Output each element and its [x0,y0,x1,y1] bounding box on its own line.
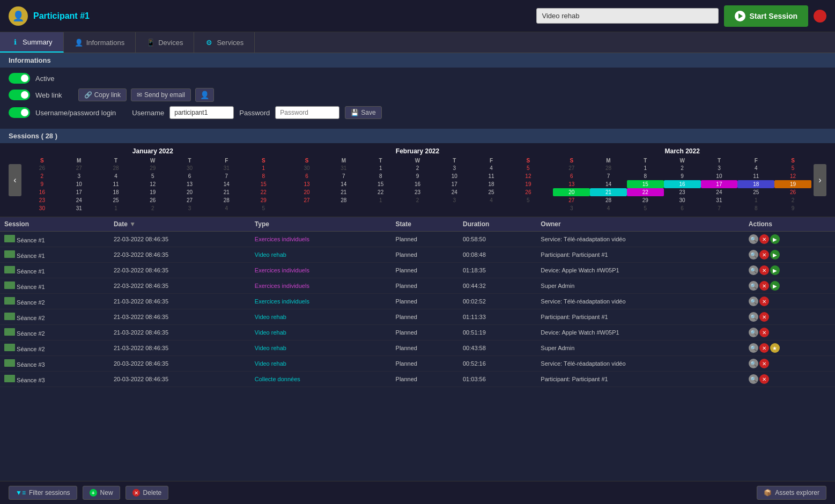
cal-day[interactable]: 6 [289,172,326,180]
cal-day[interactable]: 5 [627,204,664,212]
cal-day[interactable]: 23 [399,188,436,196]
start-session-button[interactable]: Start Session [724,5,808,27]
cal-day[interactable]: 27 [289,196,326,204]
cal-day[interactable]: 29 [134,164,171,172]
password-input[interactable] [275,106,339,119]
cal-day[interactable]: 1 [362,164,399,172]
cal-day[interactable]: 3 [701,164,738,172]
action-btn-red[interactable]: ✕ [759,312,769,322]
cal-day[interactable]: 11 [473,172,510,180]
session-dropdown[interactable]: Video rehab [536,8,719,24]
cal-day[interactable]: 22 [362,188,399,196]
cal-day[interactable]: 4 [98,172,135,180]
cal-day[interactable]: 20 [553,188,590,196]
new-session-button[interactable]: + New [83,486,120,500]
cal-day[interactable]: 1 [627,164,664,172]
tab-devices[interactable]: 📱 Devices [136,32,194,53]
cal-day[interactable]: 26 [24,164,61,172]
cal-day[interactable]: 2 [774,196,811,204]
cal-day[interactable]: 17 [61,188,98,196]
action-btn-gray[interactable]: 🔍 [749,250,758,260]
action-btn-green[interactable]: ▶ [770,234,780,244]
cal-day[interactable]: 15 [245,180,282,188]
cal-day[interactable]: 7 [208,172,245,180]
calendar-next-button[interactable]: › [814,164,826,196]
col-state[interactable]: State [391,217,459,232]
cal-day[interactable]: 28 [208,196,245,204]
send-by-email-button[interactable]: ✉ Send by email [131,88,191,101]
sessions-table-container[interactable]: Session Date ▼ Type State Duration Owner… [0,217,835,501]
cal-day[interactable]: 25 [98,196,135,204]
cal-day[interactable]: 30 [171,164,208,172]
assets-explorer-button[interactable]: 📦 Assets explorer [757,486,826,500]
cal-day[interactable]: 14 [325,180,362,188]
cal-day[interactable]: 1 [362,196,399,204]
cal-day[interactable]: 31 [325,164,362,172]
cal-day[interactable]: 2 [399,196,436,204]
cal-day[interactable]: 19 [774,180,811,188]
cal-day[interactable]: 29 [245,196,282,204]
action-btn-red[interactable]: ✕ [759,250,769,260]
cal-day[interactable]: 1 [98,204,135,212]
save-button[interactable]: 💾 Save [345,106,381,119]
action-btn-gray[interactable]: 🔍 [749,374,758,384]
cal-day[interactable]: 28 [590,196,627,204]
cal-day[interactable]: 24 [61,196,98,204]
tab-informations[interactable]: 👤 Informations [64,32,136,53]
action-btn-red[interactable]: ✕ [759,343,769,353]
action-btn-gray[interactable]: 🔍 [749,265,758,275]
cal-day[interactable]: 3 [553,204,590,212]
cal-day[interactable]: 17 [701,180,738,188]
credentials-toggle[interactable] [9,107,30,118]
cal-day[interactable]: 18 [473,180,510,188]
cal-day[interactable]: 16 [664,180,701,188]
cal-day[interactable]: 11 [98,180,135,188]
col-date[interactable]: Date ▼ [109,217,250,232]
cal-day[interactable]: 6 [664,204,701,212]
cal-day[interactable]: 2 [664,164,701,172]
delete-session-button[interactable]: ✕ Delete [125,486,169,500]
action-btn-red[interactable]: ✕ [759,281,769,291]
cal-day[interactable]: 2 [24,172,61,180]
cal-day[interactable]: 4 [208,204,245,212]
col-session[interactable]: Session [0,217,109,232]
cal-day[interactable]: 3 [436,196,473,204]
cal-day[interactable]: 28 [98,164,135,172]
action-btn-red[interactable]: ✕ [759,359,769,368]
cal-day[interactable]: 7 [701,204,738,212]
cal-day[interactable]: 19 [134,188,171,196]
cal-day[interactable]: 1 [737,196,774,204]
cal-day[interactable]: 31 [701,196,738,204]
calendar-prev-button[interactable]: ‹ [9,164,21,196]
cal-day[interactable]: 26 [509,188,546,196]
username-input[interactable] [169,106,234,119]
action-btn-green[interactable]: ▶ [770,265,780,275]
cal-day[interactable]: 30 [289,164,326,172]
anonymous-button[interactable]: 👤 [195,88,214,102]
cal-day[interactable]: 8 [245,172,282,180]
cal-day[interactable]: 8 [627,172,664,180]
cal-day[interactable]: 18 [98,188,135,196]
cal-day[interactable]: 8 [362,172,399,180]
cal-day[interactable]: 21 [208,188,245,196]
cal-day[interactable]: 27 [553,164,590,172]
action-btn-red[interactable]: ✕ [759,374,769,384]
cal-day[interactable]: 24 [436,188,473,196]
col-type[interactable]: Type [250,217,391,232]
cal-day[interactable]: 22 [627,188,664,196]
cal-day[interactable]: 30 [664,196,701,204]
cal-day[interactable]: 13 [171,180,208,188]
cal-day[interactable]: 4 [473,196,510,204]
cal-day[interactable]: 9 [24,180,61,188]
cal-day[interactable]: 14 [590,180,627,188]
cal-day[interactable]: 27 [171,196,208,204]
cal-day[interactable]: 5 [509,164,546,172]
cal-day[interactable]: 28 [325,196,362,204]
cal-day[interactable]: 20 [171,188,208,196]
cal-day[interactable]: 10 [61,180,98,188]
col-duration[interactable]: Duration [459,217,536,232]
cal-day[interactable]: 9 [774,204,811,212]
cal-day[interactable]: 8 [737,204,774,212]
action-btn-gray[interactable]: 🔍 [749,281,758,291]
cal-day[interactable]: 12 [509,172,546,180]
